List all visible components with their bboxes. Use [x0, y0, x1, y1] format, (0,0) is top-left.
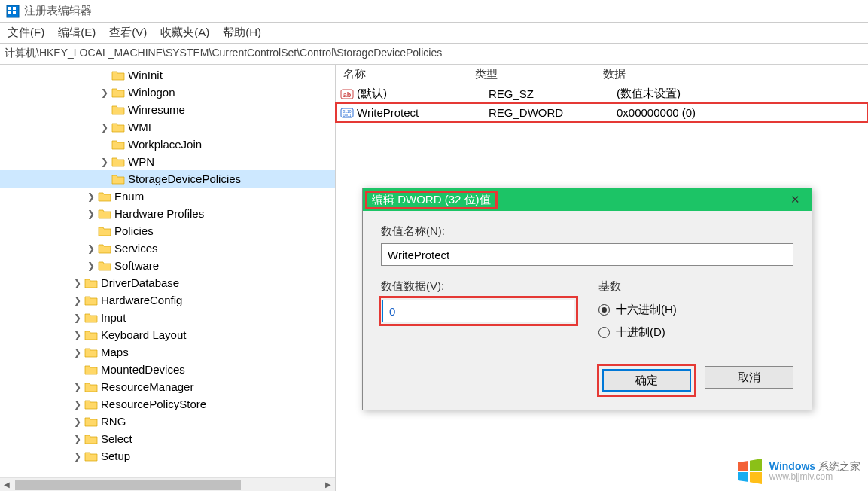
- menu-view[interactable]: 查看(V): [105, 24, 151, 41]
- cancel-button[interactable]: 取消: [705, 366, 793, 389]
- col-header-data[interactable]: 数据: [595, 65, 868, 84]
- tree-expander-icon[interactable]: ❯: [86, 209, 96, 219]
- value-name: (默认): [357, 87, 481, 101]
- tree-expander-icon[interactable]: ❯: [72, 313, 83, 323]
- tree-item[interactable]: ❯Setup: [0, 447, 335, 465]
- folder-icon: [84, 277, 98, 288]
- tree-expander-icon[interactable]: ❯: [86, 261, 96, 271]
- svg-rect-3: [8, 11, 11, 14]
- folder-icon: [111, 121, 125, 133]
- tree-item[interactable]: Winresume: [0, 101, 335, 118]
- tree-expander-icon[interactable]: ❯: [99, 157, 110, 167]
- tree-expander-icon[interactable]: ❯: [86, 243, 96, 254]
- tree-expander-icon[interactable]: ❯: [72, 399, 83, 410]
- menu-help[interactable]: 帮助(H): [218, 24, 266, 41]
- scrollbar-left-arrow[interactable]: ◀: [0, 479, 14, 491]
- tree-label: Enum: [114, 190, 148, 203]
- svg-text:1001: 1001: [343, 113, 351, 117]
- svg-marker-11: [750, 459, 762, 471]
- menu-edit[interactable]: 编辑(E): [53, 24, 100, 41]
- tree-label: ResourcePolicyStore: [101, 398, 211, 410]
- value-data-input[interactable]: [382, 300, 574, 322]
- tree-item[interactable]: ❯DriverDatabase: [0, 274, 335, 291]
- menu-favorites[interactable]: 收藏夹(A): [156, 24, 214, 41]
- tree-expander-icon[interactable]: ❯: [72, 330, 83, 340]
- ok-button[interactable]: 确定: [602, 369, 691, 392]
- value-row[interactable]: ab(默认)REG_SZ(数值未设置): [336, 84, 868, 103]
- watermark-url: www.bjjmlv.com: [769, 472, 860, 483]
- dialog-title-text: 编辑 DWORD (32 位)值: [372, 193, 491, 206]
- tree-item[interactable]: ❯Input: [0, 309, 335, 326]
- dialog-title-bar[interactable]: 编辑 DWORD (32 位)值 ✕: [363, 188, 812, 211]
- tree-label: Keyboard Layout: [101, 328, 190, 341]
- tree-item[interactable]: ❯RNG: [0, 413, 335, 430]
- scrollbar-thumb[interactable]: [15, 480, 241, 490]
- scrollbar-right-arrow[interactable]: ▶: [321, 479, 335, 491]
- value-row[interactable]: 01101001WriteProtectREG_DWORD0x00000000 …: [336, 103, 868, 122]
- folder-icon: [84, 398, 98, 410]
- tree-item[interactable]: Policies: [0, 222, 335, 239]
- tree-expander-icon[interactable]: ❯: [72, 382, 83, 392]
- radio-hex-circle: [598, 304, 610, 316]
- tree-item[interactable]: ❯Maps: [0, 343, 335, 361]
- menu-file[interactable]: 文件(F): [3, 24, 49, 41]
- tree-expander-icon[interactable]: ❯: [72, 278, 83, 288]
- tree-expander-icon[interactable]: ❯: [86, 191, 96, 202]
- tree-label: WinInit: [128, 69, 167, 81]
- tree-item[interactable]: ❯WPN: [0, 153, 335, 170]
- tree-expander-icon[interactable]: ❯: [72, 451, 83, 462]
- scrollbar-track[interactable]: [14, 479, 321, 491]
- folder-icon: [84, 294, 98, 306]
- tree-item[interactable]: ❯Hardware Profiles: [0, 205, 335, 222]
- folder-icon: [98, 225, 111, 236]
- tree-expander-icon[interactable]: ❯: [72, 416, 83, 427]
- tree-label: Input: [101, 311, 130, 324]
- value-data: 0x00000000 (0): [609, 106, 868, 119]
- tree-expander-icon[interactable]: ❯: [72, 434, 83, 444]
- folder-icon: [111, 87, 125, 98]
- tree-item[interactable]: MountedDevices: [0, 361, 335, 378]
- close-icon[interactable]: ✕: [787, 193, 803, 206]
- scrollbar-horizontal[interactable]: ◀ ▶: [0, 477, 335, 491]
- title-bar: 注册表编辑器: [0, 0, 868, 23]
- tree-item[interactable]: ❯Services: [0, 239, 335, 257]
- tree-item[interactable]: ❯Winlogon: [0, 84, 335, 101]
- col-header-name[interactable]: 名称: [336, 65, 468, 84]
- window-title: 注册表编辑器: [24, 4, 92, 18]
- tree-expander-icon[interactable]: ❯: [99, 122, 110, 133]
- tree-label: Services: [114, 242, 163, 255]
- tree-expander-icon[interactable]: ❯: [99, 87, 110, 98]
- svg-marker-13: [750, 472, 762, 484]
- values-body[interactable]: ab(默认)REG_SZ(数值未设置)01101001WriteProtectR…: [336, 84, 868, 122]
- col-header-type[interactable]: 类型: [468, 65, 595, 84]
- radio-hex[interactable]: 十六进制(H): [598, 298, 793, 321]
- folder-icon: [98, 191, 111, 202]
- folder-icon: [111, 156, 125, 167]
- path-bar[interactable]: 计算机\HKEY_LOCAL_MACHINE\SYSTEM\CurrentCon…: [0, 44, 868, 65]
- radio-dec[interactable]: 十进制(D): [598, 321, 793, 343]
- values-header[interactable]: 名称 类型 数据: [336, 65, 868, 84]
- tree-item[interactable]: ❯WMI: [0, 118, 335, 136]
- tree-item[interactable]: ❯Keyboard Layout: [0, 326, 335, 343]
- tree-item[interactable]: StorageDevicePolicies: [0, 170, 335, 188]
- tree-expander-icon[interactable]: ❯: [72, 295, 83, 306]
- folder-icon: [84, 450, 98, 462]
- tree-item[interactable]: WorkplaceJoin: [0, 136, 335, 153]
- folder-icon: [84, 433, 98, 444]
- edit-dword-dialog: 编辑 DWORD (32 位)值 ✕ 数值名称(N): 数值数据(V): 基数 …: [362, 188, 812, 410]
- tree-label: HardwareConfig: [101, 294, 187, 306]
- tree-expander-icon[interactable]: ❯: [72, 347, 83, 358]
- tree[interactable]: WinInit❯WinlogonWinresume❯WMIWorkplaceJo…: [0, 65, 335, 477]
- tree-item[interactable]: ❯ResourcePolicyStore: [0, 395, 335, 413]
- folder-icon: [84, 346, 98, 358]
- value-data: (数值未设置): [609, 87, 868, 101]
- folder-icon: [84, 416, 98, 427]
- tree-item[interactable]: ❯Software: [0, 257, 335, 274]
- tree-item[interactable]: ❯Enum: [0, 188, 335, 205]
- tree-item[interactable]: ❯HardwareConfig: [0, 291, 335, 309]
- tree-item[interactable]: WinInit: [0, 66, 335, 84]
- tree-item[interactable]: ❯ResourceManager: [0, 378, 335, 395]
- tree-item[interactable]: ❯Select: [0, 430, 335, 447]
- value-name-input[interactable]: [381, 243, 793, 266]
- folder-icon: [98, 208, 111, 219]
